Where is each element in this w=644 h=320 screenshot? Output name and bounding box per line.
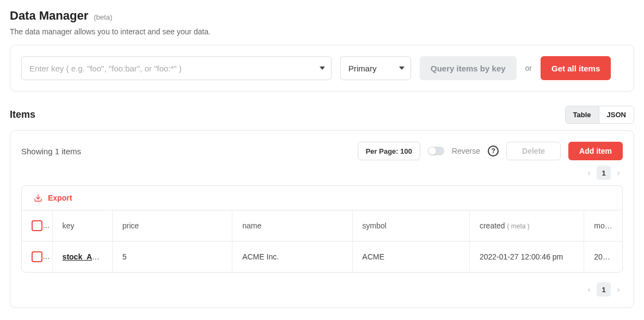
- pager-prev[interactable]: ‹: [585, 285, 593, 294]
- reverse-label: Reverse: [452, 147, 480, 155]
- data-table-wrapper: Export key price name symbol created ( m…: [21, 185, 623, 273]
- col-header-symbol[interactable]: symbol: [352, 210, 469, 241]
- col-header-price[interactable]: price: [112, 210, 232, 241]
- get-all-items-button[interactable]: Get all items: [541, 56, 611, 80]
- per-page-select[interactable]: Per Page: 100: [358, 142, 420, 160]
- delete-button[interactable]: Delete: [506, 142, 561, 160]
- showing-count: Showing 1 items: [21, 147, 350, 156]
- row-symbol: ACME: [352, 241, 469, 273]
- page-title: Data Manager: [10, 9, 88, 23]
- col-header-created[interactable]: created ( meta ): [469, 210, 584, 241]
- pager-page[interactable]: 1: [597, 282, 611, 297]
- or-text: or: [525, 64, 532, 73]
- pager-bottom: ‹ 1 ›: [21, 282, 623, 297]
- view-table-tab[interactable]: Table: [566, 106, 599, 123]
- select-all-checkbox[interactable]: [32, 220, 42, 231]
- col-header-key[interactable]: key: [52, 210, 112, 241]
- pager-next[interactable]: ›: [614, 168, 623, 177]
- row-price: 5: [112, 241, 232, 273]
- page-subtitle: The data manager allows you to interact …: [10, 27, 634, 36]
- row-name: ACME Inc.: [232, 241, 352, 273]
- beta-badge: (beta): [94, 13, 112, 21]
- row-key-link[interactable]: stock_ACME: [63, 252, 109, 261]
- pager-next[interactable]: ›: [614, 285, 623, 294]
- query-panel: Primary Query items by key or Get all it…: [10, 45, 634, 92]
- add-item-button[interactable]: Add item: [568, 142, 623, 160]
- view-toggle: Table JSON: [565, 106, 634, 124]
- pager-prev[interactable]: ‹: [585, 168, 593, 177]
- row-created: 2022-01-27 12:00:46 pm: [469, 241, 584, 273]
- view-json-tab[interactable]: JSON: [599, 106, 634, 123]
- help-icon[interactable]: ?: [488, 146, 499, 156]
- download-icon: [34, 194, 42, 202]
- index-select-value: Primary: [348, 64, 377, 73]
- key-input-wrapper: [21, 56, 332, 80]
- col-header-modified[interactable]: modif: [584, 210, 622, 241]
- row-checkbox[interactable]: [32, 251, 42, 262]
- export-button[interactable]: Export: [22, 186, 622, 210]
- index-select[interactable]: Primary: [340, 56, 411, 80]
- col-header-name[interactable]: name: [232, 210, 352, 241]
- items-panel: Showing 1 items Per Page: 100 Reverse ? …: [10, 130, 634, 308]
- key-input[interactable]: [21, 56, 332, 80]
- pager-top: ‹ 1 ›: [21, 166, 623, 180]
- items-section-title: Items: [10, 109, 35, 120]
- reverse-toggle[interactable]: [428, 147, 444, 155]
- query-items-button[interactable]: Query items by key: [420, 56, 517, 80]
- pager-page[interactable]: 1: [597, 166, 611, 180]
- data-table: key price name symbol created ( meta ) m…: [22, 210, 622, 272]
- export-label: Export: [48, 194, 72, 202]
- table-row: stock_ACME 5 ACME Inc. ACME 2022-01-27 1…: [22, 241, 622, 273]
- row-modified: 2022-0: [584, 241, 622, 273]
